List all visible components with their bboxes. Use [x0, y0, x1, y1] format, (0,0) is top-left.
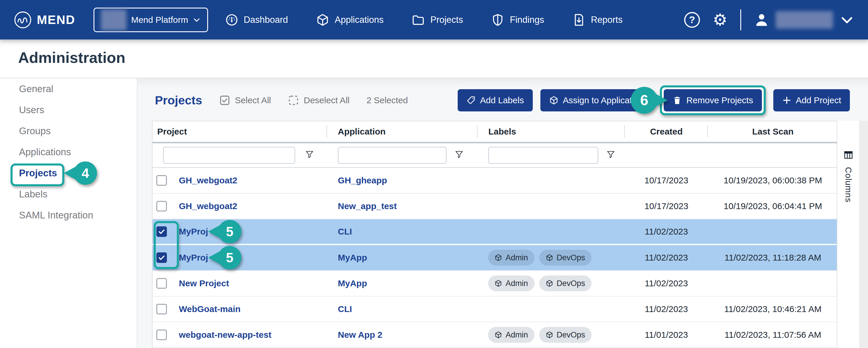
deselect-all-button[interactable]: Deselect All — [288, 95, 349, 106]
gear-icon[interactable]: ⚙ — [713, 12, 727, 28]
nav-item-applications[interactable]: Applications — [316, 13, 383, 27]
project-link[interactable]: MyProj — [179, 253, 208, 262]
selected-count: 2 Selected — [367, 95, 408, 105]
sidebar-item-general[interactable]: General — [0, 78, 137, 99]
label-chip-text: Admin — [505, 330, 528, 340]
project-link[interactable]: GH_webgoat2 — [179, 175, 237, 185]
column-header-labels[interactable]: Labels — [477, 127, 625, 137]
balloon-pointer — [653, 92, 668, 108]
table-row-gh-webgoat2[interactable]: GH_webgoat2New_app_test10/17/202310/19/2… — [153, 194, 837, 219]
admin-sidebar: GeneralUsersGroupsApplicationsProjects4L… — [0, 78, 137, 348]
table-row-myproj[interactable]: MyProjCLI11/02/20235 — [153, 219, 837, 245]
sidebar-item-users[interactable]: Users — [0, 99, 137, 120]
dashed-square-icon — [288, 95, 299, 106]
org-selector-dropdown[interactable]: Mend Platform... — [94, 8, 208, 32]
created-cell: 11/02/2023 — [625, 253, 708, 263]
label-chip-text: Admin — [505, 253, 528, 262]
button-label: Add Project — [796, 95, 841, 105]
nav-item-projects[interactable]: Projects — [411, 13, 463, 27]
application-link[interactable]: CLI — [338, 227, 352, 236]
application-link[interactable]: CLI — [338, 304, 352, 314]
project-filter-input[interactable] — [163, 147, 295, 164]
funnel-filter-icon[interactable] — [305, 150, 314, 160]
table-row-myproj[interactable]: MyProjMyAppAdminDevOps11/02/202311/02/20… — [153, 245, 837, 271]
add-project-button[interactable]: Add Project — [773, 89, 850, 111]
plus-icon — [782, 96, 792, 105]
projects-table: ProjectApplicationLabelsCreatedLast Scan… — [152, 121, 837, 348]
sidebar-list: GeneralUsersGroupsApplicationsProjects4L… — [0, 78, 137, 226]
nav-item-findings[interactable]: Findings — [491, 13, 544, 27]
project-link[interactable]: WebGoat-main — [179, 304, 241, 314]
row-checkbox[interactable] — [156, 304, 167, 314]
sidebar-item-label: Groups — [19, 125, 51, 137]
column-header-last-scan[interactable]: Last Scan — [708, 127, 838, 137]
project-link[interactable]: MyProj — [179, 227, 208, 236]
labels-cell: AdminDevOps — [477, 327, 625, 343]
help-icon[interactable]: ? — [684, 12, 700, 28]
sidebar-item-groups[interactable]: Groups — [0, 120, 137, 142]
assign-to-application-button[interactable]: Assign to Application6 — [540, 89, 653, 111]
nav-item-dashboard[interactable]: Dashboard — [225, 13, 288, 27]
mend-administration-page: { "nav": { "brand": "MEND", "org_selecto… — [0, 0, 868, 348]
add-labels-button[interactable]: Add Labels — [458, 89, 533, 111]
created-cell: 11/02/2023 — [625, 279, 708, 288]
application-cell: MyApp — [327, 253, 477, 263]
column-header-application[interactable]: Application — [327, 127, 477, 137]
application-link[interactable]: GH_gheapp — [338, 175, 387, 185]
filter-cell-project — [153, 147, 327, 164]
checkbox-cell — [153, 304, 175, 314]
application-link[interactable]: New_app_test — [338, 201, 397, 211]
column-header-created[interactable]: Created — [625, 127, 708, 137]
select-all-button[interactable]: Select All — [219, 95, 271, 106]
application-link[interactable]: MyApp — [338, 253, 367, 262]
table-row-webgoat-new-app-test[interactable]: webgoat-new-app-testNew App 2AdminDevOps… — [153, 322, 837, 348]
checkbox-cell — [153, 329, 175, 340]
funnel-filter-icon[interactable] — [607, 150, 615, 160]
button-label: Remove Projects — [686, 95, 753, 105]
row-checkbox[interactable] — [156, 329, 167, 340]
remove-projects-button[interactable]: Remove Projects — [664, 89, 762, 111]
mend-logo[interactable]: MEND — [13, 10, 75, 29]
project-link[interactable]: GH_webgoat2 — [179, 201, 237, 211]
row-checkbox[interactable] — [156, 175, 167, 186]
table-filter-row — [153, 143, 837, 168]
columns-panel-toggle[interactable]: Columns — [843, 150, 854, 202]
labels-filter-input[interactable] — [488, 147, 598, 164]
application-link[interactable]: New App 2 — [338, 330, 382, 340]
annotation-step-balloon: 5 — [208, 246, 241, 269]
sidebar-item-saml-integration[interactable]: SAML Integration — [0, 205, 137, 226]
filter-cell-application — [327, 147, 477, 164]
table-row-new-project[interactable]: New ProjectMyAppAdminDevOps11/02/2023 — [153, 271, 837, 296]
funnel-filter-icon[interactable] — [455, 150, 464, 160]
annotation-step-number: 5 — [218, 246, 241, 269]
label-chip-admin: Admin — [488, 276, 534, 291]
cube-icon — [495, 254, 502, 261]
row-checkbox[interactable] — [156, 201, 167, 211]
sidebar-item-projects[interactable]: Projects4 — [0, 163, 137, 184]
nav-item-reports[interactable]: Reports — [572, 13, 623, 27]
table-row-gh-webgoat2[interactable]: GH_webgoat2GH_gheapp10/17/202310/19/2023… — [153, 168, 837, 194]
sidebar-item-applications[interactable]: Applications — [0, 142, 137, 163]
row-checkbox[interactable] — [156, 278, 167, 289]
label-chip-text: DevOps — [557, 279, 585, 288]
row-checkbox[interactable] — [156, 252, 167, 263]
application-link[interactable]: MyApp — [338, 279, 367, 288]
project-link[interactable]: New Project — [179, 279, 229, 288]
created-cell: 11/02/2023 — [625, 227, 708, 237]
column-header-project[interactable]: Project — [153, 127, 327, 137]
row-checkbox[interactable] — [156, 226, 167, 237]
trash-icon — [673, 96, 682, 105]
created-cell: 10/17/2023 — [625, 175, 708, 185]
sidebar-item-labels[interactable]: Labels — [0, 184, 137, 205]
nav-item-label: Findings — [510, 14, 544, 25]
nav-divider — [740, 9, 741, 30]
label-chip-text: DevOps — [557, 330, 585, 340]
cube-icon — [546, 331, 553, 339]
cube-icon — [549, 96, 558, 105]
filter-cell-labels — [477, 147, 625, 164]
user-menu[interactable] — [754, 11, 855, 29]
application-filter-input[interactable] — [338, 147, 446, 164]
table-row-webgoat-main[interactable]: WebGoat-mainCLI11/02/202311/02/2023, 10:… — [153, 296, 837, 322]
scrollbar-gutter[interactable] — [859, 121, 868, 348]
project-link[interactable]: webgoat-new-app-test — [179, 330, 272, 340]
